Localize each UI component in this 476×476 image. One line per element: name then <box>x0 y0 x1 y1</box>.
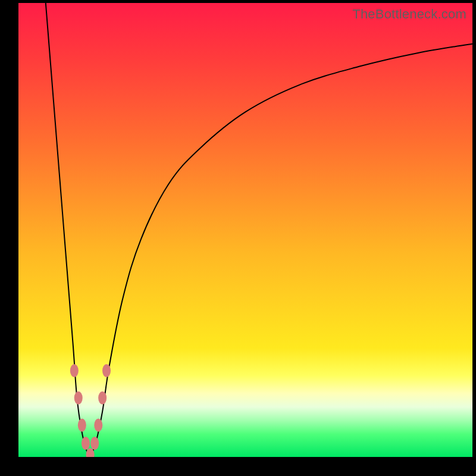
trough-marker <box>90 437 99 450</box>
trough-markers-group <box>70 364 111 457</box>
trough-marker <box>82 437 90 450</box>
curve-right-branch <box>90 44 472 457</box>
chart-frame: TheBottleneck.com <box>0 0 476 476</box>
trough-marker <box>94 419 102 432</box>
trough-marker <box>98 392 107 405</box>
trough-marker <box>74 392 83 405</box>
trough-marker <box>102 364 111 377</box>
curve-left-branch <box>46 3 90 457</box>
trough-marker <box>70 364 79 377</box>
plot-area: TheBottleneck.com <box>18 3 472 457</box>
chart-svg <box>18 3 472 457</box>
trough-marker <box>78 419 86 432</box>
